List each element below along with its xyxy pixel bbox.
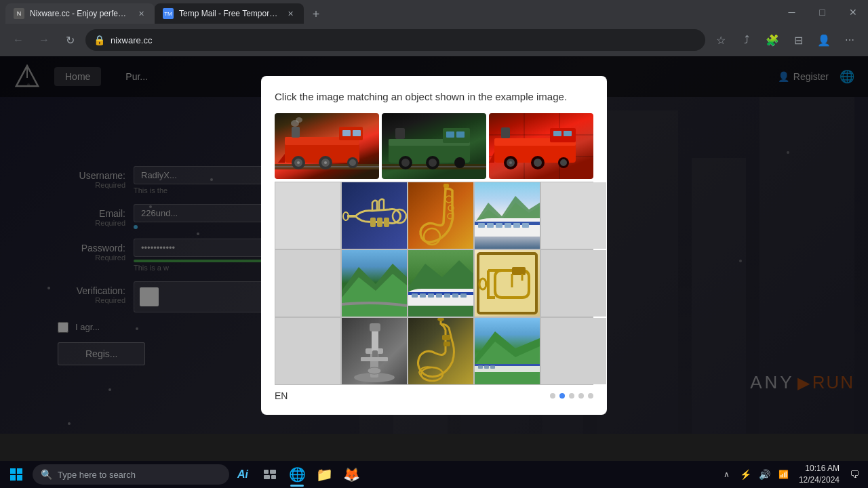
tray-network[interactable]: 📶: [776, 461, 792, 488]
tab-favicon-tempmail: TM: [163, 8, 174, 19]
captcha-image-train3[interactable]: [489, 113, 593, 179]
svg-rect-91: [428, 293, 434, 298]
svg-point-109: [368, 367, 381, 374]
extensions-button[interactable]: 🧩: [762, 30, 783, 50]
svg-rect-27: [353, 130, 361, 136]
svg-rect-121: [490, 365, 495, 369]
address-bar-row: ← → ↻ 🔒 nixware.cc ☆ ⤴ 🧩 ⊟ 👤 ⋯: [0, 24, 868, 56]
grid-cell-2-4[interactable]: [541, 318, 606, 384]
svg-rect-105: [372, 328, 378, 352]
address-bar[interactable]: 🔒 nixware.cc: [85, 29, 705, 51]
svg-rect-120: [484, 365, 489, 369]
grid-cell-0-3[interactable]: [475, 182, 540, 249]
tab-close-nixware[interactable]: ✕: [136, 8, 146, 19]
explorer-icon: 📁: [316, 466, 333, 483]
grid-cell-2-3[interactable]: [475, 318, 540, 384]
task-view-button[interactable]: [256, 461, 283, 488]
address-text: nixware.cc: [111, 35, 152, 45]
taskbar-search-bar[interactable]: 🔍 Type here to search: [33, 464, 229, 485]
tab-tempmail[interactable]: TM Temp Mail - Free Temporary Disp... ✕: [155, 3, 304, 24]
captcha-image-train2[interactable]: [382, 113, 486, 179]
svg-rect-17: [292, 127, 300, 138]
close-button[interactable]: ✕: [837, 0, 868, 24]
notification-icon: 🗨: [850, 469, 859, 480]
grid-cell-1-1[interactable]: [342, 250, 407, 317]
search-icon: 🔍: [41, 469, 52, 480]
svg-rect-127: [270, 470, 276, 474]
task-view-icon: [264, 470, 276, 479]
grid-cell-1-3[interactable]: [475, 250, 540, 317]
captcha-pagination-dots: [550, 393, 593, 399]
dot-2-active: [559, 393, 565, 399]
modal-overlay: Click the image matching an object shown…: [0, 56, 868, 434]
svg-point-54: [509, 161, 512, 164]
svg-marker-86: [408, 260, 473, 317]
menu-button[interactable]: ⋯: [840, 30, 860, 50]
reload-button[interactable]: ↻: [60, 30, 80, 50]
grid-cell-1-2[interactable]: [408, 250, 473, 317]
svg-rect-78: [478, 223, 485, 228]
grid-cell-0-1[interactable]: [342, 182, 407, 249]
grid-cell-2-1[interactable]: [342, 318, 407, 384]
ai-button[interactable]: Ai: [229, 461, 256, 488]
svg-rect-36: [395, 128, 405, 139]
svg-rect-67: [384, 218, 389, 227]
captcha-modal: Click the image matching an object shown…: [261, 76, 607, 415]
tray-up-arrow[interactable]: ∧: [719, 461, 735, 488]
grid-cell-2-0[interactable]: [275, 318, 340, 384]
split-screen-button[interactable]: ⊟: [788, 30, 808, 50]
svg-rect-123: [17, 468, 22, 474]
ai-label: Ai: [237, 468, 248, 481]
back-button[interactable]: ←: [8, 30, 28, 50]
svg-marker-28: [278, 154, 285, 163]
maximize-button[interactable]: □: [807, 0, 837, 24]
grid-cell-0-2[interactable]: [408, 182, 473, 249]
svg-point-40: [429, 159, 437, 167]
grid-cell-1-4[interactable]: [541, 250, 606, 317]
taskbar-app-firefox[interactable]: 🦊: [338, 461, 365, 488]
notification-button[interactable]: 🗨: [846, 461, 863, 488]
svg-rect-122: [10, 468, 16, 474]
tray-power[interactable]: ⚡: [738, 461, 754, 488]
tab-nixware[interactable]: N Nixware.cc - Enjoy perfect perf... ✕: [5, 3, 155, 24]
minimize-button[interactable]: ─: [776, 0, 807, 24]
svg-rect-65: [370, 218, 376, 227]
start-icon: [10, 468, 22, 481]
network-icon: 📶: [778, 470, 789, 479]
grid-cell-1-0[interactable]: [275, 250, 340, 317]
svg-rect-128: [264, 475, 270, 479]
tab-close-tempmail[interactable]: ✕: [285, 8, 296, 19]
taskbar-right: ∧ ⚡ 🔊 📶 10:16 AM 12/24/2024 🗨: [719, 461, 868, 488]
grid-cell-2-2[interactable]: [408, 318, 473, 384]
svg-point-30: [296, 117, 302, 123]
taskbar-app-explorer[interactable]: 📁: [311, 461, 338, 488]
new-tab-button[interactable]: +: [307, 5, 326, 24]
time-display[interactable]: 10:16 AM 12/24/2024: [795, 463, 844, 486]
grid-cell-0-0[interactable]: [275, 182, 340, 249]
svg-point-56: [534, 159, 542, 167]
profile-button[interactable]: 👤: [814, 30, 834, 50]
taskbar-app-edge[interactable]: 🌐: [283, 461, 311, 488]
dot-3: [569, 393, 574, 399]
grid-cell-0-4[interactable]: [541, 182, 606, 249]
captcha-image-train1[interactable]: [275, 113, 379, 179]
svg-rect-124: [10, 475, 16, 481]
svg-rect-111: [442, 335, 450, 340]
svg-rect-90: [420, 293, 426, 298]
start-button[interactable]: [0, 461, 33, 488]
bookmark-button[interactable]: ☆: [711, 30, 731, 50]
captcha-top-row: [275, 113, 593, 179]
language-selector[interactable]: EN: [275, 390, 288, 401]
tray-volume[interactable]: 🔊: [757, 461, 773, 488]
svg-rect-94: [452, 293, 458, 298]
svg-rect-99: [512, 267, 526, 275]
forward-button[interactable]: →: [34, 30, 54, 50]
svg-point-41: [454, 157, 465, 168]
captcha-bottom-bar: EN: [275, 390, 593, 401]
svg-rect-93: [444, 293, 450, 298]
share-button[interactable]: ⤴: [736, 30, 757, 50]
svg-point-23: [324, 161, 327, 164]
browser-chrome: N Nixware.cc - Enjoy perfect perf... ✕ T…: [0, 0, 868, 56]
svg-rect-43: [456, 131, 465, 138]
tab-bar: N Nixware.cc - Enjoy perfect perf... ✕ T…: [0, 0, 868, 24]
